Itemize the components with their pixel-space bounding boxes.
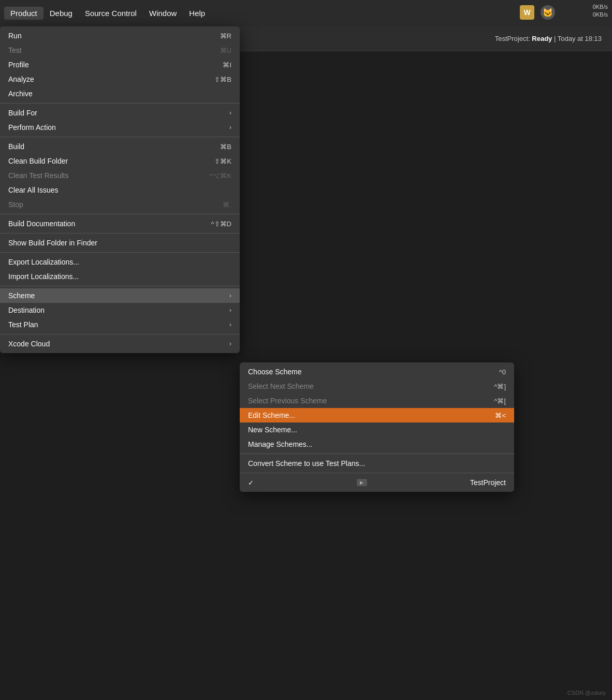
cat-icon: 🐱: [541, 5, 555, 20]
menubar-help[interactable]: Help: [183, 7, 211, 20]
submenu-select-next-scheme[interactable]: Select Next Scheme ^⌘]: [240, 379, 514, 393]
separator-7: [0, 334, 240, 334]
menu-item-perform-action[interactable]: Perform Action ›: [0, 120, 240, 135]
menu-item-test-plan[interactable]: Test Plan ›: [0, 317, 240, 332]
separator-1: [0, 103, 240, 104]
credits: CSDN @zdsey: [567, 690, 606, 696]
chevron-right-icon: ›: [229, 340, 231, 347]
menubar-window[interactable]: Window: [143, 7, 183, 20]
menu-item-stop[interactable]: Stop ⌘.: [0, 197, 240, 212]
ide-status: TestProject: Ready | Today at 18:13: [495, 35, 602, 42]
submenu-testproject[interactable]: ✓ ▶ TestProject: [240, 475, 514, 490]
menu-item-import-localizations[interactable]: Import Localizations...: [0, 269, 240, 284]
menu-item-scheme[interactable]: Scheme ›: [0, 288, 240, 303]
submenu-separator-2: [240, 473, 514, 473]
menu-item-export-localizations[interactable]: Export Localizations...: [0, 255, 240, 269]
menu-item-archive[interactable]: Archive: [0, 86, 240, 101]
submenu-separator-1: [240, 454, 514, 454]
menubar-product[interactable]: Product: [4, 7, 43, 20]
menu-item-xcode-cloud[interactable]: Xcode Cloud ›: [0, 337, 240, 351]
menubar: Product Debug Source Control Window Help…: [0, 0, 612, 26]
submenu-edit-scheme[interactable]: Edit Scheme... ⌘<: [240, 408, 514, 422]
menu-item-profile[interactable]: Profile ⌘I: [0, 57, 240, 72]
submenu-new-scheme[interactable]: New Scheme...: [240, 422, 514, 437]
menu-item-build-documentation[interactable]: Build Documentation ^⇧⌘D: [0, 216, 240, 231]
submenu-convert-scheme[interactable]: Convert Scheme to use Test Plans...: [240, 456, 514, 471]
w-icon: W: [520, 5, 534, 20]
separator-4: [0, 233, 240, 234]
product-menu: Run ⌘R Test ⌘U Profile ⌘I Analyze ⇧⌘B Ar…: [0, 26, 240, 353]
chevron-right-icon: ›: [229, 321, 231, 328]
terminal-icon: ▶: [357, 479, 367, 486]
menu-item-analyze[interactable]: Analyze ⇧⌘B: [0, 72, 240, 86]
submenu-choose-scheme[interactable]: Choose Scheme ^0: [240, 364, 514, 379]
submenu-manage-schemes[interactable]: Manage Schemes...: [240, 437, 514, 451]
checkmark-icon: ✓: [248, 479, 254, 487]
network-info: 0KB/s 0KB/s: [593, 3, 608, 19]
menu-item-clear-all-issues[interactable]: Clear All Issues: [0, 183, 240, 197]
chevron-right-icon: ›: [229, 109, 231, 116]
menu-item-test[interactable]: Test ⌘U: [0, 43, 240, 57]
menu-item-build[interactable]: Build ⌘B: [0, 139, 240, 154]
menu-item-clean-test-results[interactable]: Clean Test Results ^⌥⌘K: [0, 168, 240, 183]
menu-item-run[interactable]: Run ⌘R: [0, 28, 240, 43]
menubar-icons: W 🐱: [520, 5, 555, 20]
submenu-select-prev-scheme[interactable]: Select Previous Scheme ^⌘[: [240, 393, 514, 408]
menu-item-clean-build-folder[interactable]: Clean Build Folder ⇧⌘K: [0, 154, 240, 168]
separator-6: [0, 286, 240, 286]
chevron-right-icon: ›: [229, 292, 231, 299]
chevron-right-icon: ›: [229, 307, 231, 314]
menubar-debug[interactable]: Debug: [43, 7, 79, 20]
chevron-right-icon: ›: [229, 124, 231, 131]
menu-item-show-build-folder[interactable]: Show Build Folder in Finder: [0, 236, 240, 250]
separator-2: [0, 137, 240, 137]
menu-item-destination[interactable]: Destination ›: [0, 303, 240, 317]
separator-3: [0, 214, 240, 214]
separator-5: [0, 252, 240, 253]
scheme-submenu: Choose Scheme ^0 Select Next Scheme ^⌘] …: [240, 362, 514, 492]
menu-item-build-for[interactable]: Build For ›: [0, 106, 240, 120]
menubar-source-control[interactable]: Source Control: [79, 7, 143, 20]
